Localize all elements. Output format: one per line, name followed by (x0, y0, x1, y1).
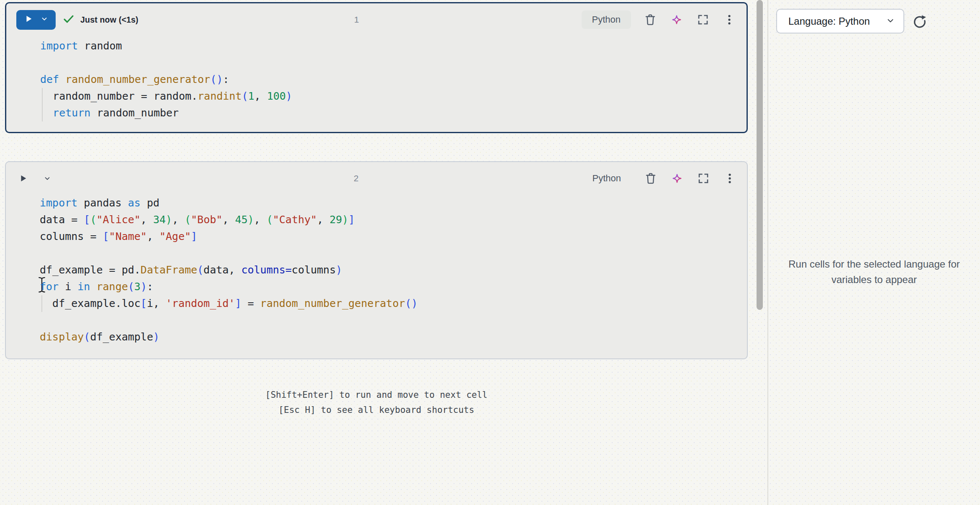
delete-cell-icon[interactable] (644, 171, 658, 186)
code-line[interactable]: random_number = random.randint(1, 100) (40, 88, 747, 105)
variables-sidebar: Language: Python Run cells for the selec… (768, 0, 980, 505)
cell-1-header: Just now (<1s) 1 Python (6, 9, 747, 30)
code-line[interactable]: display(df_example) (40, 329, 747, 345)
language-selector-label: Language: Python (788, 15, 886, 27)
run-options-chevron-down-icon[interactable] (40, 171, 54, 186)
success-check-icon (62, 13, 75, 27)
cell-menu-kebab-icon[interactable] (723, 171, 737, 186)
chevron-down-icon (886, 16, 895, 27)
code-line[interactable] (40, 54, 747, 71)
refresh-variables-icon[interactable] (911, 13, 928, 30)
code-line[interactable]: columns = ["Name", "Age"] (40, 228, 747, 245)
indent-guide (41, 295, 42, 312)
variables-empty-message: Run cells for the selected language for … (768, 256, 980, 287)
indent-guide (42, 105, 43, 121)
play-icon[interactable] (24, 14, 33, 25)
indent-guide (42, 88, 43, 105)
keyboard-hints: [Shift+Enter] to run and move to next ce… (5, 387, 748, 417)
code-cell-1[interactable]: Just now (<1s) 1 Python (5, 2, 748, 133)
notebook-area: Just now (<1s) 1 Python (0, 0, 768, 505)
notebook-scrollbar-thumb[interactable] (757, 0, 763, 310)
delete-cell-icon[interactable] (643, 13, 657, 27)
fullscreen-icon[interactable] (696, 171, 711, 186)
code-editor[interactable]: import pandas as pddata = [("Alice", 34)… (6, 195, 747, 345)
cell-status-text: Just now (<1s) (80, 15, 139, 25)
cell-number: 1 (346, 15, 367, 25)
language-selector-dropdown[interactable]: Language: Python (776, 9, 904, 33)
hint-shortcuts: [Esc H] to see all keyboard shortcuts (5, 402, 748, 417)
cell-2-header: 2 Python (6, 168, 747, 189)
cell-number: 2 (346, 173, 367, 183)
run-options-chevron-down-icon[interactable] (41, 15, 48, 24)
code-line[interactable]: def random_number_generator(): (40, 71, 747, 88)
code-line[interactable]: for i in range(3): (40, 278, 747, 295)
code-line[interactable]: import random (40, 38, 747, 54)
code-editor[interactable]: import random def random_number_generato… (6, 38, 747, 121)
fullscreen-icon[interactable] (696, 13, 710, 27)
run-cell-button[interactable] (16, 10, 56, 30)
cell-language-badge[interactable]: Python (582, 10, 631, 29)
code-line[interactable]: df_example.loc[i, 'random_id'] = random_… (40, 295, 747, 312)
code-line[interactable] (40, 312, 747, 329)
code-line[interactable]: import pandas as pd (40, 195, 747, 211)
play-icon[interactable] (16, 171, 30, 186)
code-line[interactable]: data = [("Alice", 34), ("Bob", 45), ("Ca… (40, 211, 747, 228)
code-line[interactable]: df_example = pd.DataFrame(data, columns=… (40, 262, 747, 278)
code-line[interactable]: return random_number (40, 105, 747, 121)
ai-sparkle-icon[interactable] (670, 171, 684, 186)
ai-sparkle-icon[interactable] (670, 13, 684, 27)
code-line[interactable] (40, 245, 747, 262)
cell-run-status: Just now (<1s) (62, 13, 139, 27)
cell-language-badge[interactable]: Python (582, 169, 632, 188)
code-cell-2[interactable]: 2 Python (5, 161, 748, 359)
cell-menu-kebab-icon[interactable] (722, 13, 736, 27)
hint-run: [Shift+Enter] to run and move to next ce… (5, 387, 748, 402)
